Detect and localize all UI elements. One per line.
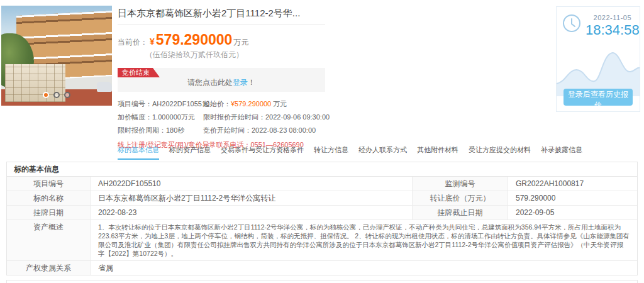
price-unit: 万元 bbox=[233, 37, 248, 48]
tab-other-attachments[interactable]: 其他附件材料 bbox=[417, 145, 458, 160]
project-number-value: AH2022DF105510 bbox=[152, 100, 209, 108]
row-label: 挂牌截止日期 bbox=[413, 206, 508, 219]
listing-title: 日本东京都葛饰区新小岩2丁目1112-2号华... bbox=[118, 8, 325, 25]
price-trend-wave bbox=[557, 38, 640, 96]
auction-listing-page: 日本东京都葛饰区新小岩2丁目1112-2号华... 当前价： ¥ 579.290… bbox=[0, 0, 644, 283]
login-prompt: 请您点击此处登录！ bbox=[118, 77, 325, 88]
row-value: 日本东京都葛饰区新小岩2丁目1112-2号华洋公寓转让 bbox=[91, 191, 413, 205]
row-label: 转让底价（万元） bbox=[413, 191, 508, 205]
row-label: 标的名称 bbox=[7, 191, 91, 205]
project-number-label: 项目编号： bbox=[118, 100, 152, 108]
asset-overview-text: 1、本次转让标的位于日本东京都葛饰区新小岩2丁目1112-2号华洋公寓，标的为独… bbox=[91, 220, 637, 260]
row-value: GR2022AH1000817 bbox=[508, 177, 637, 191]
bid-increment-value: 1.000000万元 bbox=[152, 113, 195, 121]
start-price-label: 起始价： bbox=[203, 100, 231, 108]
start-price-value: ¥579.290000 bbox=[231, 100, 271, 108]
row-label: 项目编号 bbox=[7, 177, 91, 191]
carousel-dots bbox=[43, 92, 70, 98]
row-value: 省属 bbox=[91, 261, 637, 275]
bid-increment-label: 加价幅度： bbox=[118, 113, 152, 121]
clock-icon bbox=[562, 14, 581, 35]
auction-details: 项目编号：AH2022DF105510 起始价：¥579.290000 万元 加… bbox=[118, 97, 325, 137]
table-row: 项目编号 AH2022DF105510 监测编号 GR2022AH1000817 bbox=[7, 177, 637, 191]
carousel-dot[interactable] bbox=[53, 92, 60, 98]
view-history-button[interactable]: 登录后查看历史报价 bbox=[564, 89, 633, 106]
property-photo[interactable] bbox=[1, 6, 112, 106]
tab-transferor-info[interactable]: 转让方信息 bbox=[314, 145, 348, 160]
timed-bid-start: 限时报价开始时间：2022-09-06 09:30:00 bbox=[203, 111, 330, 124]
login-link[interactable]: 登录 bbox=[233, 78, 248, 87]
tab-basic-info[interactable]: 标的基本信息 bbox=[118, 145, 159, 160]
server-date: 2022-11-05 bbox=[586, 14, 640, 21]
row-value: 2022-08-23 bbox=[91, 206, 413, 219]
current-price-row: 当前价： ¥ 579.290000 万元 bbox=[118, 31, 325, 48]
tab-transferee-materials[interactable]: 受让方应提交的材料 bbox=[469, 145, 531, 160]
table-row: 标的名称 日本东京都葛饰区新小岩2丁目1112-2号华洋公寓转让 转让底价（万元… bbox=[7, 191, 637, 206]
tab-contact-info[interactable]: 经办人联系方式 bbox=[358, 145, 407, 160]
project-number: 项目编号：AH2022DF105510 bbox=[118, 97, 203, 111]
table-row: 挂牌日期 2022-08-23 挂牌截止日期 2022-09-05 bbox=[7, 206, 637, 220]
auction-ended-badge: 竞价结束 bbox=[118, 68, 160, 77]
start-price-unit: 万元 bbox=[271, 100, 287, 108]
current-price-value: 579.290000 bbox=[156, 31, 233, 48]
bid-increment: 加价幅度：1.000000万元 bbox=[118, 111, 203, 124]
timed-bid-start-value: 2022-09-06 09:30:00 bbox=[265, 113, 330, 121]
table-row-ownership: 产权隶属关系 省属 bbox=[7, 261, 637, 275]
tab-supplement-disclosure[interactable]: 补录披露信息 bbox=[541, 145, 582, 160]
detail-row: 项目编号：AH2022DF105510 起始价：¥579.290000 万元 bbox=[118, 97, 325, 111]
carousel-dot[interactable] bbox=[64, 92, 70, 98]
detail-row: 限时报价周期：180秒 竞价开始时间：2022-08-23 08:00:00 bbox=[118, 124, 325, 137]
datetime: 2022-11-05 18:34:58 bbox=[586, 14, 640, 38]
price-in-words: （伍佰柒拾玖万贰仟玖佰元） bbox=[145, 50, 325, 60]
auction-start: 竞价开始时间：2022-08-23 08:00:00 bbox=[203, 124, 316, 137]
timed-bid-start-label: 限时报价开始时间： bbox=[203, 113, 265, 121]
clock-header: 2022-11-05 18:34:58 bbox=[557, 7, 640, 38]
asset-info-section-title: 标的资产信息 bbox=[7, 280, 637, 283]
login-prompt-prefix: 请您点击此处 bbox=[187, 78, 233, 87]
row-label: 监测编号 bbox=[413, 177, 508, 191]
bid-period-value: 180秒 bbox=[166, 126, 184, 134]
carousel-dot-active[interactable] bbox=[43, 92, 49, 98]
detail-tabs: 标的基本信息 标的资产信息 交易条件与受让方资格条件 转让方信息 经办人联系方式… bbox=[118, 145, 592, 160]
currency-symbol: ¥ bbox=[150, 36, 155, 47]
table-row-asset-overview: 资产概述 1、本次转让标的位于日本东京都葛饰区新小岩2丁目1112-2号华洋公寓… bbox=[7, 220, 637, 261]
tab-asset-info[interactable]: 标的资产信息 bbox=[169, 145, 211, 160]
bid-period: 限时报价周期：180秒 bbox=[118, 124, 203, 137]
auction-status-box: 竞价结束 请您点击此处登录！ bbox=[118, 68, 325, 92]
info-tables: 标的基本信息 项目编号 AH2022DF105510 监测编号 GR2022AH… bbox=[6, 162, 638, 283]
listing-summary: 日本东京都葛饰区新小岩2丁目1112-2号华... 当前价： ¥ 579.290… bbox=[118, 8, 325, 150]
car-illustration bbox=[97, 82, 112, 92]
bid-period-label: 限时报价周期： bbox=[118, 126, 166, 134]
row-value: AH2022DF105510 bbox=[91, 177, 413, 191]
basic-info-table: 标的基本信息 项目编号 AH2022DF105510 监测编号 GR2022AH… bbox=[6, 162, 638, 275]
row-label: 产权隶属关系 bbox=[7, 261, 91, 275]
auction-start-value: 2022-08-23 08:00:00 bbox=[252, 126, 316, 134]
basic-info-section-title: 标的基本信息 bbox=[7, 162, 637, 177]
login-prompt-suffix: ！ bbox=[248, 78, 255, 87]
tab-trade-conditions[interactable]: 交易条件与受让方资格条件 bbox=[221, 145, 304, 160]
clock-card: 2022-11-05 18:34:58 登录后查看历史报价 bbox=[556, 6, 640, 112]
detail-row: 加价幅度：1.000000万元 限时报价开始时间：2022-09-06 09:3… bbox=[118, 111, 325, 124]
auction-start-label: 竞价开始时间： bbox=[203, 126, 252, 134]
start-price: 起始价：¥579.290000 万元 bbox=[203, 97, 287, 111]
row-label: 挂牌日期 bbox=[7, 206, 91, 219]
server-time: 18:34:58 bbox=[586, 22, 640, 38]
current-price-label: 当前价： bbox=[118, 37, 148, 48]
row-value: 2022-09-05 bbox=[508, 206, 637, 219]
row-label: 资产概述 bbox=[7, 220, 91, 260]
row-value: 579.290000 bbox=[508, 191, 637, 205]
asset-info-table: 标的资产信息 bbox=[6, 280, 638, 283]
